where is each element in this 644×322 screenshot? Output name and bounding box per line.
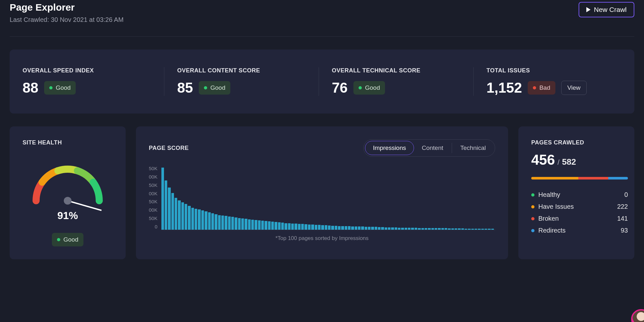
page-subtitle: Last Crawled: 30 Nov 2021 at 03:26 AM [10, 16, 124, 23]
y-tick: 50K [149, 166, 158, 171]
bar [451, 228, 454, 230]
crawled-sep: / [557, 158, 559, 167]
bar [395, 227, 397, 230]
badge-text: Good [56, 84, 71, 91]
bar [481, 229, 484, 230]
stat-content: OVERALL CONTENT SCORE 85 Good [164, 67, 319, 96]
bar [438, 228, 440, 230]
bar [168, 188, 170, 230]
crawled-legend: Healthy0Have Issues222Broken141Redirects… [531, 191, 628, 234]
page-header: Page Explorer Last Crawled: 30 Nov 2021 … [10, 0, 634, 37]
bar [411, 228, 414, 230]
bar [181, 202, 184, 230]
bar [255, 220, 257, 230]
stat-issues-value: 1,152 [486, 80, 522, 96]
bar [331, 226, 334, 230]
bar [301, 224, 304, 230]
bar [195, 209, 197, 230]
proportion-segment [531, 177, 578, 179]
bar [375, 227, 377, 230]
bar [421, 228, 424, 230]
tab-content[interactable]: Content [414, 141, 451, 155]
y-tick: 00K [149, 191, 158, 196]
legend-value: 0 [624, 191, 628, 198]
bar [365, 227, 367, 230]
new-crawl-button[interactable]: New Crawl [579, 2, 634, 17]
tab-impressions[interactable]: Impressions [365, 141, 414, 155]
legend-name: Redirects [538, 227, 565, 234]
bar [408, 228, 410, 230]
bar [388, 227, 390, 230]
bar [311, 225, 314, 230]
dot-icon [531, 193, 534, 197]
bar [315, 225, 317, 230]
tab-technical[interactable]: Technical [453, 141, 494, 155]
bar [245, 219, 247, 230]
bar [391, 227, 394, 230]
bar [281, 223, 284, 230]
bar [435, 228, 437, 230]
bar [188, 206, 190, 230]
legend-left: Redirects [531, 227, 565, 234]
bar [345, 226, 347, 230]
page-title: Page Explorer [10, 2, 124, 13]
bar [258, 220, 261, 230]
bar [378, 227, 380, 230]
chart-footnote: *Top 100 pages sorted by Impressions [149, 235, 495, 242]
bar [328, 225, 331, 230]
pages-crawled-card: PAGES CRAWLED 456 / 582 Healthy0Have Iss… [518, 126, 634, 259]
stat-technical-badge: Good [353, 81, 385, 95]
badge-text: Good [63, 236, 78, 243]
bar [201, 210, 204, 230]
view-issues-button[interactable]: View [561, 81, 587, 95]
chart-y-axis: 50K00K50K00K50K00K50K0 [149, 166, 158, 230]
bar [348, 226, 351, 230]
bar [371, 227, 374, 230]
dot-icon [57, 238, 60, 241]
bar [338, 226, 341, 230]
badge-text: Bad [539, 84, 550, 91]
site-health-card: SITE HEALTH 91% Good [10, 126, 126, 259]
bar [428, 228, 430, 230]
bar [261, 221, 264, 230]
bar [274, 222, 277, 230]
page-score-card: PAGE SCORE Impressions Content Technical… [136, 126, 508, 259]
legend-row: Healthy0 [531, 191, 628, 198]
y-tick: 00K [149, 174, 158, 179]
bar [268, 221, 271, 230]
bar [358, 226, 360, 230]
bar [458, 228, 460, 230]
bar [238, 218, 241, 230]
bar [175, 198, 177, 230]
legend-value: 141 [617, 215, 628, 222]
dot-icon [359, 86, 362, 89]
bar [198, 209, 200, 230]
bar [335, 226, 337, 230]
bar [218, 215, 221, 230]
header-text: Page Explorer Last Crawled: 30 Nov 2021 … [10, 2, 124, 23]
bar [165, 180, 167, 230]
chart-tabs: Impressions Content Technical [363, 139, 495, 157]
legend-name: Have Issues [538, 203, 574, 210]
support-avatar[interactable] [631, 309, 644, 322]
bar [284, 223, 287, 230]
legend-row: Redirects93 [531, 227, 628, 234]
site-health-title: SITE HEALTH [23, 139, 113, 146]
svg-point-1 [64, 197, 72, 205]
impressions-bar-chart: 50K00K50K00K50K00K50K0 [149, 166, 495, 230]
bar [271, 222, 274, 230]
bar [211, 213, 214, 230]
bar [308, 225, 311, 230]
dot-icon [204, 86, 207, 89]
bar [291, 224, 294, 230]
bar [488, 229, 490, 230]
bar [215, 214, 217, 230]
bar [425, 228, 427, 230]
bar [405, 228, 407, 230]
bar [191, 208, 194, 230]
stat-speed-value: 88 [23, 80, 38, 96]
proportion-segment [608, 177, 628, 179]
legend-left: Broken [531, 215, 559, 222]
page-score-title: PAGE SCORE [149, 145, 189, 152]
dot-icon [533, 86, 536, 89]
